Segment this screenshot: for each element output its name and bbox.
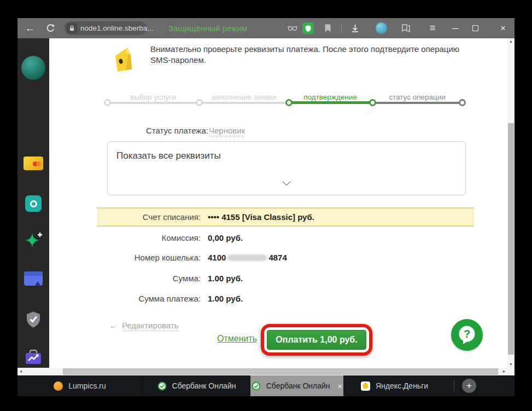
- reload-button[interactable]: [46, 24, 55, 35]
- sberbank-favicon: [252, 381, 261, 391]
- step-segment: [372, 102, 462, 104]
- scroll-right-arrow[interactable]: ►: [501, 368, 507, 375]
- extension-icon[interactable]: [288, 24, 297, 35]
- sberbank-favicon: [157, 381, 167, 391]
- browser-sidebar: [17, 38, 49, 368]
- lumpics-favicon: [54, 381, 63, 391]
- horizontal-scroll-thumb[interactable]: [63, 368, 498, 375]
- annotation-red-outline: Оплатить 1,00 руб.: [261, 324, 372, 356]
- collections-icon[interactable]: [401, 24, 411, 35]
- menu-button[interactable]: ≡: [424, 18, 441, 38]
- payment-notice: Внимательно проверьте реквизиты платежа.…: [150, 44, 478, 66]
- download-icon: [350, 24, 360, 33]
- address-bar[interactable]: node1.online.sberba...: [65, 21, 147, 35]
- left-arrow-icon: ←: [109, 321, 118, 330]
- step-node: [104, 99, 111, 106]
- step-label-confirm: подтверждение: [303, 93, 357, 101]
- payment-status-label: Статус платежа:: [146, 126, 208, 135]
- tab-sberbank-1[interactable]: Сбербанк Онлайн: [143, 375, 250, 396]
- debit-account-row: Счет списания: •••• 4155 [Visa Classic] …: [97, 207, 474, 227]
- chevron-down-icon: [282, 178, 291, 188]
- url-text: node1.online.sberba...: [80, 24, 154, 32]
- amount-value: 1.00 руб.: [208, 274, 243, 283]
- toolbar-divider: [341, 24, 342, 33]
- cancel-link[interactable]: Отменить: [217, 334, 257, 344]
- step-label-form: заполнение заявки: [212, 93, 277, 101]
- maximize-button[interactable]: [472, 25, 478, 31]
- step-node: [369, 99, 376, 106]
- sidebar-profile-avatar[interactable]: [21, 56, 45, 80]
- step-node: [459, 99, 466, 106]
- tab-strip: Lumpics.ru Сбербанк Онлайн Сбербанк Онла…: [17, 375, 515, 396]
- back-button[interactable]: ←: [22, 18, 38, 38]
- scroll-down-arrow[interactable]: ▼: [507, 361, 515, 368]
- amount-row: Сумма: 1.00 руб.: [49, 274, 507, 283]
- horizontal-scrollbar[interactable]: ◄ ►: [17, 368, 515, 375]
- wallet-number-label: Номер кошелька:: [49, 253, 201, 262]
- step-node: [285, 99, 293, 106]
- svg-text:?: ?: [464, 328, 470, 340]
- requisites-toggle-label: Показать все реквизиты: [116, 150, 221, 161]
- step-segment: [107, 102, 199, 104]
- tab-yandex-money[interactable]: Яндекс.Деньги: [344, 375, 445, 396]
- vertical-scroll-thumb[interactable]: [508, 123, 514, 355]
- messenger-icon[interactable]: [25, 195, 42, 212]
- show-all-requisites-toggle[interactable]: Показать все реквизиты: [107, 141, 466, 195]
- tabbar-divider: [454, 380, 454, 392]
- debit-account-label: Счет списания:: [97, 209, 201, 225]
- minimize-button[interactable]: ─: [447, 18, 464, 38]
- step-node: [196, 99, 203, 106]
- step-segment-active: [289, 101, 372, 104]
- yandex-money-favicon: [361, 381, 370, 391]
- payment-total-value: 1.00 руб.: [208, 294, 243, 303]
- bank-card-icon[interactable]: [24, 157, 43, 170]
- tab-close-button[interactable]: ×: [338, 381, 343, 391]
- protect-shield-button[interactable]: [302, 22, 314, 34]
- page-content: Внимательно проверьте реквизиты платежа.…: [49, 38, 507, 368]
- payment-status-value[interactable]: Черновик: [209, 126, 245, 136]
- fee-value: 0,00 руб.: [208, 233, 243, 242]
- briefcase-chart-icon[interactable]: [24, 349, 43, 368]
- sparkle-plus-icon[interactable]: [24, 231, 43, 253]
- profile-avatar-icon[interactable]: [376, 22, 387, 34]
- wallet-icon[interactable]: [24, 271, 43, 286]
- wallet-number-value: 41004874: [208, 253, 287, 262]
- tab-lumpics[interactable]: Lumpics.ru: [17, 375, 143, 396]
- payment-total-label: Сумма платежа:: [49, 294, 201, 303]
- fee-row: Комиссия: 0,00 руб.: [49, 233, 507, 243]
- scroll-up-arrow[interactable]: ▲: [507, 38, 515, 45]
- step-label-status: статус операции: [389, 93, 446, 101]
- question-bubble-icon: ?: [451, 319, 483, 351]
- amount-label: Сумма:: [49, 274, 201, 283]
- redacted-digits: [227, 254, 267, 261]
- step-segment: [199, 102, 289, 104]
- step-label-service: выбор услуги: [130, 93, 176, 101]
- reload-icon: [46, 24, 55, 33]
- tab-sberbank-active[interactable]: Сбербанк Онлайн ×: [250, 375, 343, 396]
- secure-mode-label[interactable]: Защищённый режим: [168, 18, 247, 38]
- yandex-money-logo: [111, 46, 135, 76]
- shield-icon: [305, 25, 312, 32]
- pay-button[interactable]: Оплатить 1,00 руб.: [267, 330, 366, 350]
- help-chat-button[interactable]: ?: [451, 319, 483, 351]
- close-window-button[interactable]: ×: [494, 18, 512, 38]
- vertical-scrollbar[interactable]: ▲ ▼: [507, 38, 515, 368]
- new-tab-button[interactable]: +: [462, 379, 476, 393]
- wallet-number-row: Номер кошелька: 41004874: [49, 253, 507, 263]
- browser-toolbar: ← node1.online.sberba... Защищённый режи…: [17, 18, 515, 38]
- scroll-left-arrow[interactable]: ◄: [17, 368, 24, 375]
- fee-label: Комиссия:: [49, 233, 201, 242]
- bookmark-icon[interactable]: [324, 24, 332, 35]
- download-button[interactable]: [350, 24, 360, 35]
- screenshot-root: ← node1.online.sberba... Защищённый режи…: [0, 0, 532, 411]
- payment-total-row: Сумма платежа: 1.00 руб.: [49, 294, 507, 304]
- lock-icon: [67, 23, 77, 33]
- debit-account-value: •••• 4155 [Visa Classic] руб.: [208, 209, 314, 225]
- edit-link[interactable]: ←Редактировать: [109, 321, 179, 330]
- shield-check-icon[interactable]: [25, 311, 42, 331]
